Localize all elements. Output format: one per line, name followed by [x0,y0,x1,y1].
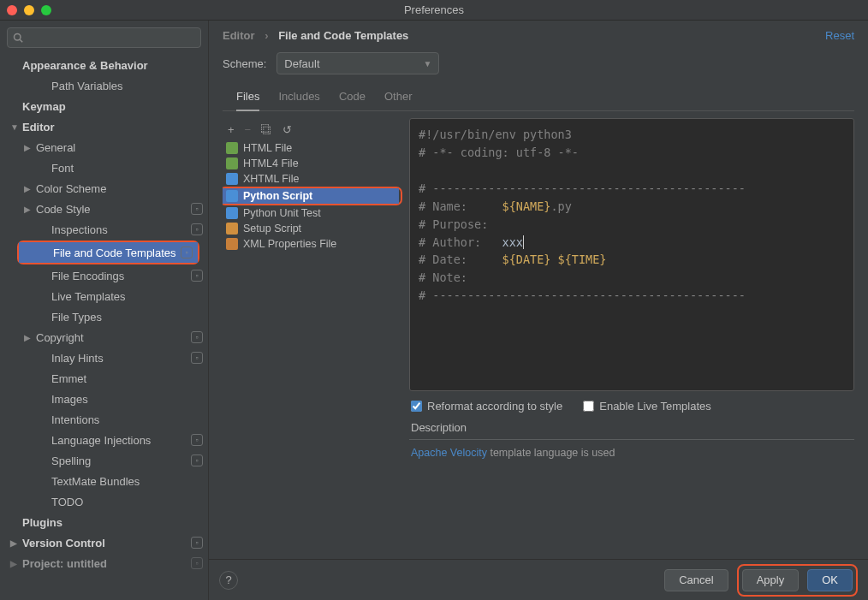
template-item-setup-script[interactable]: Setup Script [223,221,402,236]
sidebar-item-file-and-code-templates[interactable]: File and Code Templates▫ [19,242,198,263]
sidebar-item-intentions[interactable]: Intentions [0,409,208,430]
add-template-button[interactable]: + [228,123,235,136]
file-type-icon [226,142,238,154]
template-item-label: Python Script [243,190,312,202]
sidebar-item-images[interactable]: Images [0,389,208,409]
template-editor[interactable]: #!/usr/bin/env python3# -*- coding: utf-… [409,118,854,391]
template-file-list: + − ⿻ ↺ HTML FileHTML4 FileXHTML FilePyt… [223,118,402,559]
template-item-html-file[interactable]: HTML File [223,140,402,156]
sidebar-item-label: File and Code Templates [53,247,176,259]
file-type-icon [226,223,238,235]
sidebar-item-textmate-bundles[interactable]: TextMate Bundles [0,471,208,491]
tab-includes[interactable]: Includes [278,90,319,110]
velocity-link[interactable]: Apache Velocity [411,447,487,459]
sidebar-item-label: Font [51,162,74,175]
sidebar-item-project-untitled[interactable]: ▶Project: untitled▫ [0,553,208,573]
sidebar-item-file-types[interactable]: File Types [0,306,208,327]
apply-button[interactable]: Apply [742,569,800,591]
sidebar-item-keymap[interactable]: Keymap [0,96,208,116]
template-item-xhtml-file[interactable]: XHTML File [223,171,402,187]
file-type-icon [226,207,238,219]
expand-icon: ▶ [24,184,33,193]
expand-icon: ▶ [10,559,19,568]
scheme-select[interactable]: Default ▼ [276,52,439,74]
sidebar-item-version-control[interactable]: ▶Version Control▫ [0,532,208,553]
breadcrumb-parent[interactable]: Editor [223,29,255,42]
sidebar-item-inspections[interactable]: Inspections▫ [0,219,208,240]
settings-tree: Appearance & BehaviorPath VariablesKeyma… [0,55,208,600]
scope-badge-icon: ▫ [191,537,203,549]
scope-badge-icon: ▫ [191,223,203,235]
description-box: Apache Velocity template language is use… [409,439,854,559]
svg-line-1 [20,39,22,42]
file-type-icon [226,173,238,185]
template-item-label: Python Unit Test [243,207,321,219]
sidebar-item-code-style[interactable]: ▶Code Style▫ [0,199,208,219]
revert-template-button[interactable]: ↺ [282,123,292,136]
sidebar-item-inlay-hints[interactable]: Inlay Hints▫ [0,348,208,368]
template-item-html4-file[interactable]: HTML4 File [223,156,402,171]
ok-button[interactable]: OK [807,569,853,591]
sidebar-item-emmet[interactable]: Emmet [0,368,208,389]
reformat-label: Reformat according to style [427,400,562,413]
sidebar-item-spelling[interactable]: Spelling▫ [0,450,208,471]
sidebar-item-label: Images [51,393,88,406]
sidebar-item-plugins[interactable]: Plugins [0,512,208,532]
sidebar-item-appearance-behavior[interactable]: Appearance & Behavior [0,55,208,75]
template-item-python-unit-test[interactable]: Python Unit Test [223,205,402,221]
template-item-python-script[interactable]: Python Script [223,188,399,204]
search-field[interactable] [27,32,195,45]
sidebar-item-label: Inlay Hints [51,352,104,365]
remove-template-button[interactable]: − [245,123,252,136]
tab-files[interactable]: Files [236,90,259,111]
description-label: Description [409,421,854,434]
tab-other[interactable]: Other [384,90,413,110]
scheme-label: Scheme: [223,57,266,70]
window-title: Preferences [7,3,861,16]
help-button[interactable]: ? [219,571,238,590]
sidebar-item-general[interactable]: ▶General [0,137,208,157]
scope-badge-icon: ▫ [181,247,193,258]
file-highlight: Python Script [223,187,402,205]
live-templates-checkbox[interactable]: Enable Live Templates [583,400,711,413]
search-input[interactable] [7,27,201,48]
copy-template-button[interactable]: ⿻ [261,123,272,136]
template-item-label: XHTML File [243,173,300,185]
sidebar-highlight: File and Code Templates▫ [17,241,199,264]
template-item-label: HTML4 File [243,157,299,169]
sidebar-item-label: Copyright [36,331,84,344]
sidebar-item-todo[interactable]: TODO [0,491,208,512]
scope-badge-icon: ▫ [191,557,203,569]
sidebar-item-label: Plugins [22,516,62,529]
cancel-button[interactable]: Cancel [664,569,728,591]
expand-icon: ▼ [10,122,19,132]
sidebar-item-copyright[interactable]: ▶Copyright▫ [0,327,208,348]
sidebar-item-file-encodings[interactable]: File Encodings▫ [0,265,208,286]
template-item-label: Setup Script [243,223,301,235]
breadcrumb: Editor › File and Code Templates [223,29,408,42]
sidebar-item-color-scheme[interactable]: ▶Color Scheme [0,178,208,199]
scope-badge-icon: ▫ [191,331,203,343]
description-text: template language is used [487,447,615,459]
sidebar-item-path-variables[interactable]: Path Variables [0,75,208,96]
expand-icon: ▶ [24,143,33,152]
sidebar-item-label: Language Injections [51,434,151,447]
sidebar-item-editor[interactable]: ▼Editor [0,116,208,137]
live-templates-label: Enable Live Templates [599,400,711,413]
sidebar-item-label: Project: untitled [22,557,107,570]
sidebar-item-language-injections[interactable]: Language Injections▫ [0,430,208,450]
scope-badge-icon: ▫ [191,270,203,282]
expand-icon: ▶ [24,205,33,214]
tab-code[interactable]: Code [339,90,366,110]
sidebar-item-label: File Encodings [51,270,124,282]
breadcrumb-current: File and Code Templates [278,29,408,42]
template-item-xml-properties-file[interactable]: XML Properties File [223,236,402,252]
content-pane: Editor › File and Code Templates Reset S… [209,21,868,600]
sidebar-item-font[interactable]: Font [0,157,208,178]
sidebar-item-live-templates[interactable]: Live Templates [0,286,208,306]
search-icon [13,33,23,43]
sidebar-item-label: General [36,141,75,154]
sidebar-item-label: TODO [51,496,83,508]
reset-link[interactable]: Reset [825,29,854,42]
reformat-checkbox[interactable]: Reformat according to style [411,400,562,413]
